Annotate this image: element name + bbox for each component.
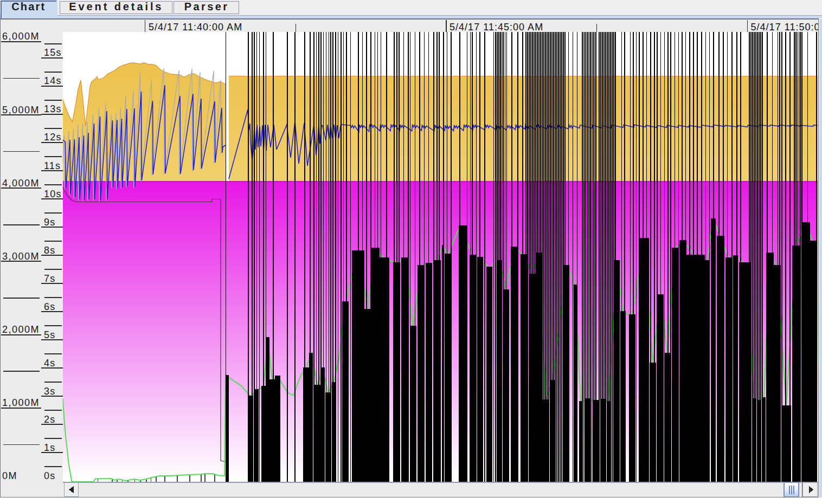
svg-text:5/4/17 11:45:00 AM: 5/4/17 11:45:00 AM bbox=[449, 22, 543, 33]
svg-text:Parser: Parser bbox=[184, 1, 229, 12]
svg-text:5s: 5s bbox=[44, 329, 55, 340]
svg-text:2s: 2s bbox=[44, 414, 55, 425]
svg-text:Event details: Event details bbox=[69, 1, 163, 12]
svg-text:5/4/17 11:50:00 AM: 5/4/17 11:50:00 AM bbox=[751, 22, 822, 33]
svg-text:14s: 14s bbox=[44, 75, 62, 86]
svg-text:1,000M: 1,000M bbox=[2, 397, 40, 408]
svg-text:7s: 7s bbox=[44, 273, 55, 284]
svg-text:10s: 10s bbox=[44, 189, 62, 199]
svg-text:15s: 15s bbox=[44, 47, 62, 58]
svg-text:12s: 12s bbox=[44, 132, 62, 143]
svg-text:5,000M: 5,000M bbox=[2, 105, 40, 115]
svg-text:11s: 11s bbox=[44, 160, 61, 171]
svg-text:Chart: Chart bbox=[11, 1, 46, 12]
svg-text:0s: 0s bbox=[44, 470, 55, 481]
svg-text:4,000M: 4,000M bbox=[2, 178, 40, 189]
svg-text:13s: 13s bbox=[44, 104, 62, 114]
svg-text:5/4/17 11:40:00 AM: 5/4/17 11:40:00 AM bbox=[149, 22, 242, 33]
svg-text:6,000M: 6,000M bbox=[2, 31, 40, 42]
svg-text:0M: 0M bbox=[2, 470, 17, 481]
svg-text:3s: 3s bbox=[44, 386, 55, 397]
svg-text:8s: 8s bbox=[44, 245, 55, 256]
svg-text:6s: 6s bbox=[44, 301, 55, 312]
svg-text:9s: 9s bbox=[44, 217, 55, 228]
svg-text:2,000M: 2,000M bbox=[2, 324, 40, 335]
svg-text:1s: 1s bbox=[44, 442, 55, 453]
svg-text:4s: 4s bbox=[44, 358, 55, 369]
svg-text:3,000M: 3,000M bbox=[2, 251, 40, 262]
